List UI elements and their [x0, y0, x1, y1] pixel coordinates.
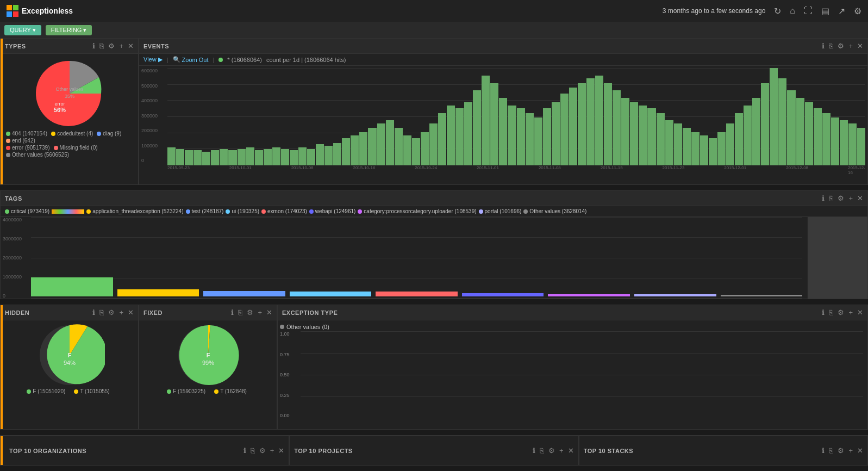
folder-icon[interactable]: ⛶	[804, 6, 813, 16]
share-icon[interactable]: ↗	[838, 6, 845, 16]
events-close-icon[interactable]: ✕	[857, 42, 863, 50]
tags-close-icon[interactable]: ✕	[857, 194, 863, 202]
event-bar	[613, 90, 621, 165]
events-actions: ℹ ⎘ ⚙ + ✕	[822, 42, 863, 50]
top-nav: Exceptionless 3 months ago to a few seco…	[0, 0, 868, 22]
view-link[interactable]: View ▶	[143, 56, 163, 63]
events-gear-icon[interactable]: ⚙	[838, 42, 844, 50]
event-bar	[822, 113, 830, 165]
orgs-plus-icon[interactable]: +	[270, 447, 274, 455]
legend-dot-end	[6, 139, 10, 143]
events-plus-icon[interactable]: +	[848, 42, 853, 50]
pie-label-pct-other: 35%	[64, 94, 74, 99]
stacks-close-icon[interactable]: ✕	[857, 447, 863, 455]
event-bar	[709, 138, 717, 165]
orgs-copy-icon[interactable]: ⎘	[251, 447, 255, 455]
fixed-close-icon[interactable]: ✕	[266, 308, 272, 317]
types-plus-icon[interactable]: +	[119, 42, 123, 50]
hidden-plus-icon[interactable]: +	[119, 308, 123, 317]
event-bar	[639, 106, 647, 165]
event-bar	[752, 98, 760, 165]
types-pie-chart: Other values 35% error 56%	[32, 55, 108, 132]
exception-copy-icon[interactable]: ⎘	[829, 308, 833, 317]
event-bar	[831, 117, 839, 165]
pie-label-other: Other values	[55, 86, 84, 92]
stacks-copy-icon[interactable]: ⎘	[829, 447, 833, 455]
svg-text:F: F	[206, 352, 210, 358]
legend-item-codeduitest: codeduitest (4)	[51, 131, 93, 137]
zoom-out-button[interactable]: 🔍 Zoom Out	[173, 56, 209, 63]
events-info-icon[interactable]: ℹ	[822, 42, 825, 50]
events-chart-area: 600000 500000 400000 300000 200000 10000…	[139, 68, 867, 174]
event-bar	[202, 152, 210, 165]
event-bar	[700, 135, 708, 165]
event-bar	[211, 150, 219, 165]
stacks-info-icon[interactable]: ℹ	[822, 447, 825, 455]
tags-copy-icon[interactable]: ⎘	[829, 194, 833, 202]
tag-bar-critical	[31, 277, 113, 297]
query-button[interactable]: QUERY ▾	[4, 25, 41, 35]
types-title: TYPES	[5, 43, 26, 49]
tags-legend: critical (973419) application_threadexce…	[1, 206, 867, 217]
projects-plus-icon[interactable]: +	[559, 447, 564, 455]
refresh-icon[interactable]: ↻	[774, 6, 781, 16]
projects-copy-icon[interactable]: ⎘	[540, 447, 544, 455]
hidden-copy-icon[interactable]: ⎘	[99, 308, 104, 317]
hidden-close-icon[interactable]: ✕	[128, 308, 134, 317]
projects-gear-icon[interactable]: ⚙	[548, 447, 555, 455]
time-range[interactable]: 3 months ago to a few seconds ago	[663, 7, 765, 15]
types-panel: TYPES ℹ ⎘ ⚙ + ✕	[0, 38, 139, 185]
orgs-close-icon[interactable]: ✕	[278, 447, 284, 455]
types-close-icon[interactable]: ✕	[128, 42, 134, 50]
types-gear-icon[interactable]: ⚙	[108, 42, 115, 50]
filtering-button[interactable]: FILTERING ▾	[46, 25, 92, 35]
filter-bar: QUERY ▾ FILTERING ▾	[0, 22, 868, 38]
event-bar	[595, 76, 603, 165]
settings-icon[interactable]: ⚙	[854, 6, 861, 16]
exception-plus-icon[interactable]: +	[848, 308, 853, 317]
fixed-gear-icon[interactable]: ⚙	[247, 308, 253, 317]
event-bar	[621, 98, 629, 165]
fixed-plus-icon[interactable]: +	[258, 308, 262, 317]
stacks-gear-icon[interactable]: ⚙	[838, 447, 844, 455]
fixed-label-t: T (162848)	[220, 388, 247, 394]
legend-dot-missing	[54, 146, 58, 150]
fixed-info-icon[interactable]: ℹ	[231, 308, 234, 317]
event-bar	[665, 120, 673, 165]
event-bar	[438, 113, 446, 165]
legend-label-end: end (642)	[12, 138, 35, 144]
event-bar	[473, 90, 481, 165]
save-icon[interactable]: ▤	[821, 6, 829, 16]
orgs-gear-icon[interactable]: ⚙	[259, 447, 266, 455]
events-copy-icon[interactable]: ⎘	[829, 42, 833, 50]
orgs-info-icon[interactable]: ℹ	[243, 447, 246, 455]
tags-plus-icon[interactable]: +	[848, 194, 853, 202]
hidden-info-icon[interactable]: ℹ	[92, 308, 95, 317]
projects-close-icon[interactable]: ✕	[568, 447, 574, 455]
types-legend: 404 (1407154) codeduitest (4) diag (9) e…	[3, 129, 136, 159]
event-bar	[167, 147, 176, 165]
event-bar	[543, 108, 551, 165]
fixed-copy-icon[interactable]: ⎘	[238, 308, 242, 317]
exception-other-label: Other values (0)	[286, 324, 329, 330]
hidden-label-f: F (15051020)	[33, 388, 65, 394]
event-bar	[761, 83, 769, 165]
event-bar	[814, 108, 822, 165]
home-icon[interactable]: ⌂	[790, 6, 795, 16]
event-bar	[281, 149, 289, 165]
exception-close-icon[interactable]: ✕	[857, 308, 863, 317]
event-bar	[324, 146, 333, 165]
projects-info-icon[interactable]: ℹ	[533, 447, 535, 455]
tags-gear-icon[interactable]: ⚙	[838, 194, 844, 202]
types-info-icon[interactable]: ℹ	[92, 42, 95, 50]
exception-info-icon[interactable]: ℹ	[822, 308, 825, 317]
hidden-title: HIDDEN	[5, 309, 29, 316]
hidden-gear-icon[interactable]: ⚙	[108, 308, 115, 317]
stacks-plus-icon[interactable]: +	[848, 447, 853, 455]
tag-item-multicolor	[52, 208, 84, 214]
fixed-panel-header: FIXED ℹ ⎘ ⚙ + ✕	[139, 305, 277, 320]
exception-gear-icon[interactable]: ⚙	[838, 308, 844, 317]
tags-info-icon[interactable]: ℹ	[822, 194, 825, 202]
fixed-body: F 99% F (15903225) T (162848)	[139, 320, 277, 429]
types-copy-icon[interactable]: ⎘	[99, 42, 104, 50]
